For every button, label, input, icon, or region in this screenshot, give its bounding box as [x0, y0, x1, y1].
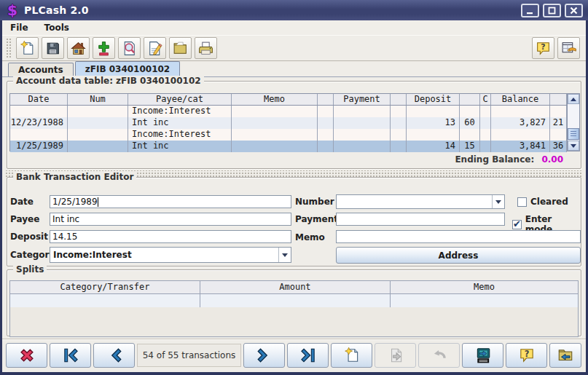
account-table-group: Account data table: zFIB 0340100102 Date…: [7, 81, 581, 169]
edit-icon: [146, 40, 163, 57]
number-label: Number: [295, 195, 334, 208]
exit-icon: [560, 40, 577, 57]
col-deposit[interactable]: Deposit: [407, 94, 460, 105]
new-transaction-icon: [343, 347, 361, 364]
app-dollar-icon: $: [7, 3, 17, 17]
window-controls: [521, 4, 583, 17]
svg-text:?: ?: [524, 349, 529, 359]
terminal-button[interactable]: [462, 343, 503, 368]
chevron-down-icon[interactable]: [492, 195, 504, 208]
splits-col-amount[interactable]: Amount: [200, 281, 391, 293]
text-caret: [98, 197, 98, 207]
undo-icon: [431, 347, 448, 364]
titlebar[interactable]: $ PLCash 2.0: [0, 0, 588, 20]
account-table: Date Num Payee/cat Memo Payment Deposit …: [9, 93, 580, 151]
col-cleared[interactable]: C: [480, 94, 491, 105]
undo-button[interactable]: [418, 343, 460, 368]
exit-folder-icon: [557, 347, 574, 364]
menu-bar: File Tools: [2, 20, 586, 35]
print-button[interactable]: [195, 37, 217, 59]
commit-transaction-button[interactable]: [375, 343, 416, 368]
table-row[interactable]: 12/23/1988 Int inc 13 60 3,827 21: [10, 117, 567, 129]
scroll-down-icon[interactable]: [568, 141, 579, 151]
table-row[interactable]: Income:Interest: [10, 129, 567, 141]
payee-label: Payee: [10, 213, 39, 226]
col-payee[interactable]: Payee/cat: [128, 94, 232, 105]
splits-col-category[interactable]: Category/Transfer: [10, 281, 200, 293]
memo-label: Memo: [295, 231, 325, 244]
bottom-nav-bar: 54 of 55 transactions ?: [2, 339, 586, 372]
scrollbar-thumb[interactable]: [568, 128, 579, 140]
terminal-icon: [474, 347, 492, 364]
enter-mode-checkbox[interactable]: [512, 220, 522, 229]
close-button[interactable]: [565, 4, 583, 17]
splits-group: Splits Category/Transfer Amount Memo: [7, 269, 581, 336]
find-icon: [121, 40, 138, 57]
col-payment[interactable]: Payment: [334, 94, 391, 105]
exit-app-button[interactable]: [557, 37, 580, 59]
col-date[interactable]: Date: [10, 94, 68, 105]
add-account-button[interactable]: [93, 37, 115, 59]
scroll-up-icon[interactable]: [568, 94, 579, 104]
new-transaction-button[interactable]: [331, 343, 372, 368]
payee-field[interactable]: [50, 213, 291, 226]
col-balance[interactable]: Balance: [491, 94, 550, 105]
ending-balance: Ending Balance: 0.00: [455, 154, 563, 165]
menu-file[interactable]: File: [10, 23, 28, 33]
previous-transaction-button[interactable]: [93, 343, 135, 368]
commit-icon: [387, 347, 404, 364]
chevron-down-icon[interactable]: [278, 248, 291, 262]
save-icon: [44, 40, 61, 57]
date-field[interactable]: [50, 195, 291, 208]
address-button[interactable]: Address: [336, 247, 581, 264]
svg-text:?: ?: [541, 42, 545, 52]
category-combobox[interactable]: Income:Interest: [50, 247, 291, 263]
open-folder-icon: [172, 40, 189, 57]
splits-group-title: Splits: [13, 264, 47, 275]
save-button[interactable]: [42, 37, 64, 59]
edit-button[interactable]: [144, 37, 166, 59]
splits-table[interactable]: Category/Transfer Amount Memo: [9, 280, 579, 337]
open-button[interactable]: [169, 37, 192, 59]
previous-record-icon: [106, 347, 123, 364]
help-icon: ?: [518, 347, 536, 364]
help-button[interactable]: ?: [532, 37, 554, 59]
table-row[interactable]: Income:Interest: [10, 106, 567, 117]
last-transaction-button[interactable]: [287, 343, 329, 368]
table-row-selected[interactable]: 1/25/1989 Int inc 14 15 3,841 36: [10, 141, 567, 152]
next-transaction-button[interactable]: [243, 343, 285, 368]
minimize-button[interactable]: [521, 4, 539, 17]
col-memo[interactable]: Memo: [232, 94, 318, 105]
splits-row[interactable]: [10, 294, 578, 307]
deposit-field[interactable]: [50, 230, 291, 243]
help-bottom-button[interactable]: ?: [506, 343, 547, 368]
home-button[interactable]: [67, 37, 90, 59]
transaction-editor-group: Bank Transaction Editor Date Payee Depos…: [7, 177, 581, 267]
payment-field[interactable]: [336, 213, 505, 226]
memo-field[interactable]: [336, 230, 581, 243]
first-record-icon: [62, 347, 79, 364]
col-payment-cents: [391, 94, 407, 105]
col-deposit-cents: [460, 94, 480, 105]
find-button[interactable]: [118, 37, 141, 59]
payment-label: Payment: [295, 213, 338, 226]
tab-strip: Accounts zFIB 0340100102: [2, 61, 586, 77]
cleared-checkbox-row: Cleared: [517, 197, 568, 207]
col-num[interactable]: Num: [68, 94, 128, 105]
tab-accounts[interactable]: Accounts: [8, 63, 74, 76]
scrollbar-track[interactable]: [568, 104, 579, 141]
cleared-checkbox[interactable]: [517, 197, 527, 207]
number-combobox[interactable]: [336, 194, 505, 209]
tab-account-zfib[interactable]: zFIB 0340100102: [75, 61, 180, 76]
first-transaction-button[interactable]: [50, 343, 91, 368]
print-icon: [197, 40, 214, 57]
table-scrollbar[interactable]: [567, 94, 579, 151]
window-title: PLCash 2.0: [24, 4, 89, 16]
delete-transaction-button[interactable]: [6, 343, 47, 368]
splits-col-memo[interactable]: Memo: [391, 281, 578, 293]
new-file-button[interactable]: [16, 37, 39, 59]
toolbar-drag-handle[interactable]: [6, 38, 12, 58]
menu-tools[interactable]: Tools: [44, 23, 69, 33]
maximize-button[interactable]: [543, 4, 561, 17]
exit-bottom-button[interactable]: [549, 343, 581, 368]
